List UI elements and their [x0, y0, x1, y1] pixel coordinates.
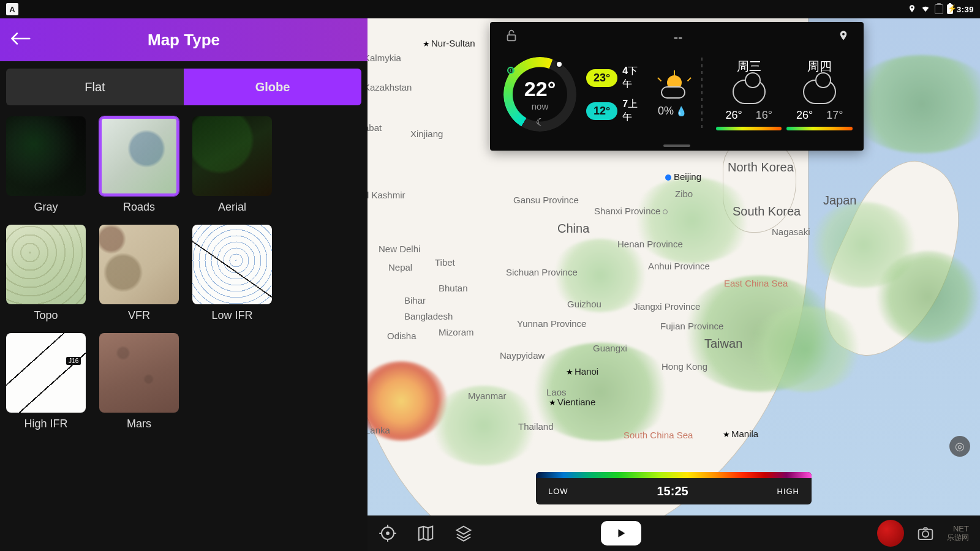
panel-header: Map Type	[0, 18, 368, 61]
cloudy-icon	[733, 80, 766, 104]
panel-title: Map Type	[31, 31, 337, 50]
map-type-gray[interactable]: Gray	[6, 116, 86, 214]
spectrum-bar	[536, 472, 812, 478]
play-button[interactable]	[601, 521, 641, 545]
map-type-label: VFR	[128, 309, 150, 322]
map-type-lowifr[interactable]: Low IFR	[192, 225, 272, 322]
radar-time: 15:25	[657, 484, 688, 498]
cloudy-icon	[803, 80, 836, 104]
high-temp-time: 4下午	[622, 65, 646, 91]
map-type-label: High IFR	[24, 418, 67, 430]
projection-tabs: Flat Globe	[0, 61, 368, 113]
bottom-toolbar: NET乐游网	[368, 515, 980, 551]
forecast-hi: 26°	[725, 109, 742, 122]
svg-point-1	[842, 33, 845, 36]
radar-legend[interactable]: LOW 15:25 HIGH	[536, 472, 812, 504]
forecast-day-label: 周三	[737, 58, 761, 75]
city-label: ★Vientiane	[549, 397, 595, 407]
city-label: ★Manila	[723, 429, 758, 439]
moon-icon: ☾	[536, 116, 545, 128]
back-button[interactable]	[10, 28, 31, 52]
layers-button[interactable]	[454, 524, 473, 542]
partly-cloudy-icon	[657, 72, 688, 100]
map-type-aerial[interactable]: Aerial	[192, 116, 272, 214]
forecast-day-1[interactable]: 周三 26°16°	[716, 58, 782, 130]
high-temp-pill: 23°	[586, 69, 617, 87]
drag-handle[interactable]	[663, 144, 690, 147]
battery-icon: ⚡	[947, 4, 953, 14]
wifi-icon	[920, 4, 931, 15]
map-type-label: Gray	[34, 201, 58, 214]
city-label: Beijing	[665, 171, 701, 182]
unlock-icon[interactable]	[505, 28, 518, 47]
legend-low: LOW	[548, 487, 568, 496]
forecast-day-2[interactable]: 周四 26°17°	[786, 58, 853, 130]
forecast-lo: 17°	[826, 109, 843, 122]
low-temp-time: 7上午	[622, 98, 646, 124]
map-type-label: Mars	[127, 418, 151, 430]
sim-icon	[935, 4, 943, 14]
map-type-highifr[interactable]: High IFR	[6, 333, 86, 430]
map-type-label: Topo	[34, 309, 58, 322]
pin-icon[interactable]	[838, 28, 849, 47]
precip-chance: 0%💧	[658, 105, 687, 118]
city-label: ★Nur-Sultan	[423, 38, 475, 48]
app-badge: A	[6, 3, 18, 15]
location-icon	[908, 4, 916, 15]
map-type-topo[interactable]: Topo	[6, 225, 86, 322]
svg-rect-0	[508, 35, 516, 40]
tab-flat[interactable]: Flat	[6, 69, 184, 105]
forecast-lo: 16°	[756, 109, 772, 122]
watermark: NET乐游网	[947, 525, 969, 541]
tab-globe[interactable]: Globe	[184, 69, 361, 105]
lens-button[interactable]: ◎	[949, 436, 970, 457]
brand-logo	[877, 520, 904, 547]
low-temp-pill: 12°	[586, 102, 617, 120]
forecast-hi: 26°	[796, 109, 813, 122]
now-label: now	[532, 101, 549, 111]
temperature-gauge: 22° now ☾	[501, 54, 579, 134]
map-button[interactable]	[417, 524, 435, 542]
svg-point-3	[386, 532, 389, 534]
svg-point-5	[922, 531, 929, 537]
map-type-roads[interactable]: Roads	[99, 116, 179, 214]
map-type-vfr[interactable]: VFR	[99, 225, 179, 322]
status-clock: 3:39	[957, 5, 974, 14]
locate-button[interactable]	[379, 524, 397, 542]
legend-high: HIGH	[777, 487, 800, 496]
location-name: --	[674, 29, 683, 45]
map-type-panel: Map Type Flat Globe Gray Roads Aerial To…	[0, 18, 368, 551]
camera-button[interactable]	[916, 524, 935, 542]
map-type-label: Roads	[123, 201, 155, 214]
map-type-label: Low IFR	[211, 309, 252, 322]
current-temp: 22°	[524, 77, 556, 101]
map-type-label: Aerial	[218, 201, 246, 214]
map-canvas[interactable]: Kalmykia Kazakhstan ★Nur-Sultan abat Xin…	[368, 18, 980, 515]
city-label: ★Hanoi	[566, 366, 598, 377]
map-type-grid: Gray Roads Aerial Topo VFR Low IFR High …	[0, 113, 368, 434]
status-bar: A ⚡ 3:39	[0, 0, 980, 18]
map-type-mars[interactable]: Mars	[99, 333, 179, 430]
weather-widget[interactable]: -- 22° now ☾ 23°4下午 12°7上午	[490, 22, 864, 151]
